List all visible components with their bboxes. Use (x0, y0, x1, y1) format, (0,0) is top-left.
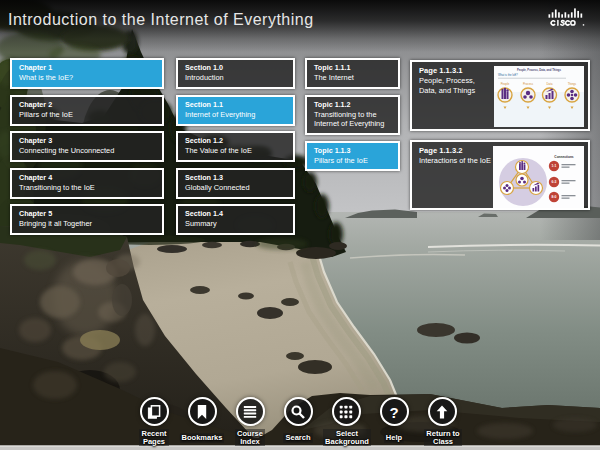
svg-text:6:3: 6:3 (552, 180, 557, 184)
svg-text:Things: Things (568, 82, 577, 86)
svg-text:Data: Data (547, 82, 553, 86)
svg-text:8:0: 8:0 (552, 195, 557, 199)
svg-text:People: People (501, 82, 510, 86)
svg-text:Process: Process (523, 82, 534, 86)
svg-text:1:1: 1:1 (552, 164, 557, 168)
svg-text:People, Process, Data, and Thi: People, Process, Data, and Things (517, 68, 561, 72)
svg-text:?: ? (389, 404, 398, 420)
svg-text:Connections: Connections (554, 155, 574, 159)
svg-text:What is the IoE?: What is the IoE? (498, 73, 518, 77)
